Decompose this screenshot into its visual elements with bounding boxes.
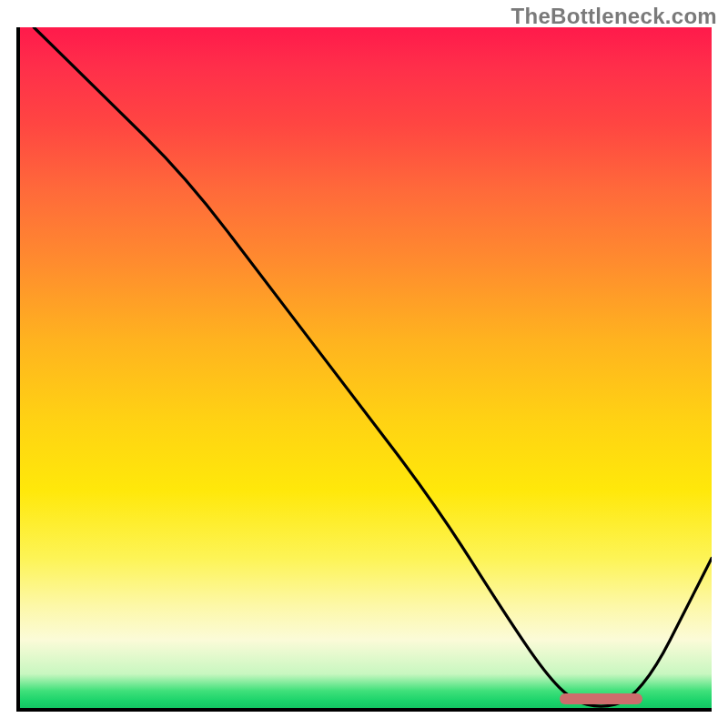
curve-path [34,27,712,706]
chart-area [16,27,712,712]
bottleneck-curve [20,27,712,708]
watermark-text: TheBottleneck.com [511,4,717,29]
optimal-range-marker [560,693,642,704]
